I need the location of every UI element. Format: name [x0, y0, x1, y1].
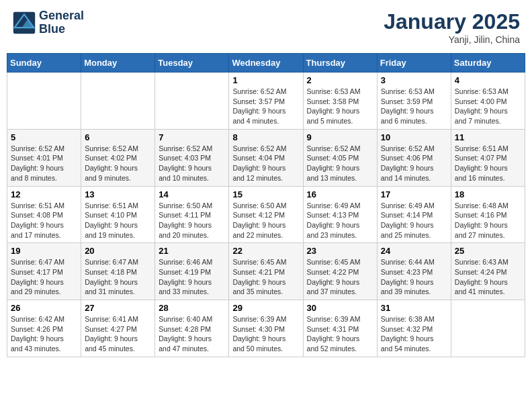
day-info: Sunrise: 6:44 AM Sunset: 4:23 PM Dayligh…	[381, 257, 447, 297]
weekday-header: Monday	[81, 54, 155, 73]
day-number: 3	[381, 75, 447, 85]
day-number: 22	[232, 246, 299, 256]
day-number: 29	[232, 303, 299, 313]
day-number: 30	[307, 303, 373, 313]
calendar-week-row: 26Sunrise: 6:42 AM Sunset: 4:26 PM Dayli…	[7, 300, 525, 357]
calendar-cell: 16Sunrise: 6:49 AM Sunset: 4:13 PM Dayli…	[303, 186, 377, 243]
logo: General Blue	[12, 9, 84, 36]
day-info: Sunrise: 6:51 AM Sunset: 4:08 PM Dayligh…	[11, 201, 77, 240]
day-info: Sunrise: 6:47 AM Sunset: 4:18 PM Dayligh…	[85, 257, 151, 297]
calendar-cell: 27Sunrise: 6:41 AM Sunset: 4:27 PM Dayli…	[81, 300, 155, 357]
calendar-cell: 29Sunrise: 6:39 AM Sunset: 4:30 PM Dayli…	[229, 300, 303, 357]
calendar-cell: 28Sunrise: 6:40 AM Sunset: 4:28 PM Dayli…	[155, 300, 229, 357]
day-number: 26	[11, 303, 77, 313]
day-info: Sunrise: 6:40 AM Sunset: 4:28 PM Dayligh…	[159, 314, 225, 354]
day-number: 25	[455, 246, 521, 256]
day-number: 13	[85, 189, 151, 199]
day-number: 21	[159, 246, 225, 256]
calendar-cell: 12Sunrise: 6:51 AM Sunset: 4:08 PM Dayli…	[7, 186, 81, 243]
day-number: 23	[307, 246, 373, 256]
day-info: Sunrise: 6:53 AM Sunset: 3:59 PM Dayligh…	[381, 87, 447, 126]
day-number: 31	[381, 303, 447, 313]
calendar-week-row: 1Sunrise: 6:52 AM Sunset: 3:57 PM Daylig…	[7, 73, 525, 130]
day-info: Sunrise: 6:52 AM Sunset: 4:03 PM Dayligh…	[159, 144, 225, 183]
day-number: 20	[85, 246, 151, 256]
weekday-header: Tuesday	[155, 54, 229, 73]
day-info: Sunrise: 6:41 AM Sunset: 4:27 PM Dayligh…	[85, 314, 151, 354]
page-header: General Blue January 2025 Yanji, Jilin, …	[7, 7, 525, 48]
day-number: 11	[455, 132, 521, 142]
calendar-cell: 1Sunrise: 6:52 AM Sunset: 3:57 PM Daylig…	[229, 73, 303, 130]
weekday-header: Saturday	[451, 54, 525, 73]
day-info: Sunrise: 6:46 AM Sunset: 4:19 PM Dayligh…	[159, 257, 225, 297]
weekday-header: Friday	[377, 54, 451, 73]
day-info: Sunrise: 6:52 AM Sunset: 4:05 PM Dayligh…	[307, 144, 373, 183]
calendar-week-row: 12Sunrise: 6:51 AM Sunset: 4:08 PM Dayli…	[7, 186, 525, 243]
day-info: Sunrise: 6:50 AM Sunset: 4:12 PM Dayligh…	[232, 201, 299, 240]
calendar-cell: 31Sunrise: 6:38 AM Sunset: 4:32 PM Dayli…	[377, 300, 451, 357]
calendar-cell	[7, 73, 81, 130]
day-number: 17	[381, 189, 447, 199]
day-number: 7	[159, 132, 225, 142]
day-info: Sunrise: 6:48 AM Sunset: 4:16 PM Dayligh…	[455, 201, 521, 240]
calendar-cell: 5Sunrise: 6:52 AM Sunset: 4:01 PM Daylig…	[7, 129, 81, 186]
day-info: Sunrise: 6:42 AM Sunset: 4:26 PM Dayligh…	[11, 314, 77, 354]
calendar-cell: 4Sunrise: 6:53 AM Sunset: 4:00 PM Daylig…	[451, 73, 525, 130]
calendar-cell	[451, 300, 525, 357]
calendar-week-row: 19Sunrise: 6:47 AM Sunset: 4:17 PM Dayli…	[7, 243, 525, 300]
day-number: 12	[11, 189, 77, 199]
day-number: 28	[159, 303, 225, 313]
weekday-header: Wednesday	[229, 54, 303, 73]
calendar-cell: 19Sunrise: 6:47 AM Sunset: 4:17 PM Dayli…	[7, 243, 81, 300]
day-info: Sunrise: 6:49 AM Sunset: 4:14 PM Dayligh…	[381, 201, 447, 240]
day-info: Sunrise: 6:45 AM Sunset: 4:21 PM Dayligh…	[232, 257, 299, 297]
calendar-cell: 25Sunrise: 6:43 AM Sunset: 4:24 PM Dayli…	[451, 243, 525, 300]
calendar-cell: 6Sunrise: 6:52 AM Sunset: 4:02 PM Daylig…	[81, 129, 155, 186]
calendar-cell: 11Sunrise: 6:51 AM Sunset: 4:07 PM Dayli…	[451, 129, 525, 186]
title-block: January 2025 Yanji, Jilin, China	[384, 9, 520, 45]
calendar-cell	[155, 73, 229, 130]
calendar-cell: 30Sunrise: 6:39 AM Sunset: 4:31 PM Dayli…	[303, 300, 377, 357]
day-number: 9	[307, 132, 373, 142]
weekday-header-row: SundayMondayTuesdayWednesdayThursdayFrid…	[7, 54, 525, 73]
calendar-cell: 17Sunrise: 6:49 AM Sunset: 4:14 PM Dayli…	[377, 186, 451, 243]
day-info: Sunrise: 6:52 AM Sunset: 3:57 PM Dayligh…	[232, 87, 299, 126]
calendar-cell: 21Sunrise: 6:46 AM Sunset: 4:19 PM Dayli…	[155, 243, 229, 300]
day-number: 6	[85, 132, 151, 142]
day-info: Sunrise: 6:51 AM Sunset: 4:07 PM Dayligh…	[455, 144, 521, 183]
calendar-cell: 3Sunrise: 6:53 AM Sunset: 3:59 PM Daylig…	[377, 73, 451, 130]
day-info: Sunrise: 6:38 AM Sunset: 4:32 PM Dayligh…	[381, 314, 447, 354]
day-number: 1	[232, 75, 299, 85]
calendar-cell: 7Sunrise: 6:52 AM Sunset: 4:03 PM Daylig…	[155, 129, 229, 186]
calendar-cell: 15Sunrise: 6:50 AM Sunset: 4:12 PM Dayli…	[229, 186, 303, 243]
day-info: Sunrise: 6:53 AM Sunset: 3:58 PM Dayligh…	[307, 87, 373, 126]
day-number: 5	[11, 132, 77, 142]
day-number: 14	[159, 189, 225, 199]
weekday-header: Thursday	[303, 54, 377, 73]
day-number: 19	[11, 246, 77, 256]
calendar-cell: 23Sunrise: 6:45 AM Sunset: 4:22 PM Dayli…	[303, 243, 377, 300]
calendar-cell: 2Sunrise: 6:53 AM Sunset: 3:58 PM Daylig…	[303, 73, 377, 130]
day-info: Sunrise: 6:52 AM Sunset: 4:04 PM Dayligh…	[232, 144, 299, 183]
logo-line2: Blue	[39, 23, 84, 36]
day-number: 4	[455, 75, 521, 85]
month-title: January 2025	[384, 9, 520, 34]
calendar-cell: 22Sunrise: 6:45 AM Sunset: 4:21 PM Dayli…	[229, 243, 303, 300]
location: Yanji, Jilin, China	[384, 34, 520, 45]
calendar-cell: 14Sunrise: 6:50 AM Sunset: 4:11 PM Dayli…	[155, 186, 229, 243]
calendar-cell: 8Sunrise: 6:52 AM Sunset: 4:04 PM Daylig…	[229, 129, 303, 186]
calendar-table: SundayMondayTuesdayWednesdayThursdayFrid…	[7, 53, 525, 357]
day-number: 16	[307, 189, 373, 199]
day-number: 8	[232, 132, 299, 142]
day-info: Sunrise: 6:50 AM Sunset: 4:11 PM Dayligh…	[159, 201, 225, 240]
day-info: Sunrise: 6:47 AM Sunset: 4:17 PM Dayligh…	[11, 257, 77, 297]
day-number: 18	[455, 189, 521, 199]
day-info: Sunrise: 6:39 AM Sunset: 4:30 PM Dayligh…	[232, 314, 299, 354]
logo-icon	[12, 11, 36, 35]
calendar-cell: 18Sunrise: 6:48 AM Sunset: 4:16 PM Dayli…	[451, 186, 525, 243]
day-number: 15	[232, 189, 299, 199]
day-info: Sunrise: 6:51 AM Sunset: 4:10 PM Dayligh…	[85, 201, 151, 240]
day-number: 10	[381, 132, 447, 142]
day-info: Sunrise: 6:49 AM Sunset: 4:13 PM Dayligh…	[307, 201, 373, 240]
calendar-cell: 26Sunrise: 6:42 AM Sunset: 4:26 PM Dayli…	[7, 300, 81, 357]
